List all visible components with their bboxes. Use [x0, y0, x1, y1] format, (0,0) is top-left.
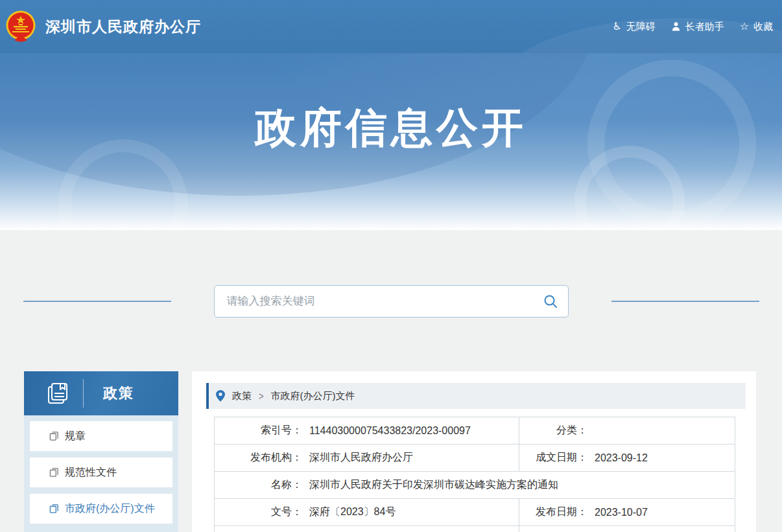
- sidebar: 政策 规章 规范性文件: [24, 371, 178, 532]
- breadcrumb: 政策 > 市政府(办公厅)文件: [206, 383, 746, 409]
- sidebar-item-label: 市政府(办公厅)文件: [65, 502, 155, 516]
- site-brand[interactable]: 深圳市人民政府办公厅: [5, 10, 201, 43]
- meta-written-date-label: 成文日期：: [519, 451, 587, 465]
- elder-assistant-link[interactable]: 长者助手: [671, 21, 724, 33]
- sidebar-item-label: 规章: [65, 430, 86, 443]
- decorative-line-right: [611, 301, 759, 302]
- decorative-line-left: [23, 301, 171, 302]
- meta-written-date-cell: 成文日期： 2023-09-12: [519, 445, 735, 472]
- favorite-label: 收藏: [753, 21, 773, 33]
- meta-empty-cell: [215, 526, 519, 532]
- breadcrumb-accent-bar: [206, 383, 209, 409]
- page: 深圳市人民政府办公厅 ♿ 无障碍 长者助手 ☆ 收藏: [0, 0, 782, 532]
- topbar-links: ♿ 无障碍 长者助手 ☆ 收藏: [612, 21, 773, 33]
- site-title: 深圳市人民政府办公厅: [45, 17, 201, 37]
- document-icon: [49, 431, 59, 441]
- meta-title-value: 深圳市人民政府关于印发深圳市碳达峰实施方案的通知: [309, 478, 558, 492]
- meta-category-label: 分类：: [519, 424, 587, 437]
- sidebar-item-label: 规范性文件: [65, 466, 117, 480]
- meta-agency-label: 发布机构：: [215, 451, 302, 465]
- national-emblem-logo: [5, 10, 36, 43]
- accessibility-link[interactable]: ♿ 无障碍: [612, 21, 655, 33]
- document-icon: [49, 503, 59, 514]
- document-meta-table: 索引号： 114403000075433823/2023-00097 分类：: [214, 417, 735, 532]
- meta-publish-date-label: 发布日期：: [519, 505, 587, 519]
- meta-publish-date-value: 2023-10-07: [595, 507, 648, 518]
- meta-index-value: 114403000075433823/2023-00097: [309, 425, 471, 437]
- table-row: 名称： 深圳市人民政府关于印发深圳市碳达峰实施方案的通知: [215, 472, 735, 499]
- meta-category-cell: 分类：: [519, 417, 735, 445]
- meta-empty-cell: [519, 526, 735, 532]
- elder-assistant-label: 长者助手: [685, 21, 724, 33]
- search-box: [214, 285, 569, 318]
- meta-agency-cell: 发布机构： 深圳市人民政府办公厅: [215, 445, 519, 472]
- meta-index-label: 索引号：: [215, 424, 302, 437]
- meta-written-date-value: 2023-09-12: [595, 452, 648, 464]
- wheelchair-icon: ♿: [612, 21, 621, 32]
- main-panel: 政策 > 市政府(办公厅)文件 索引号： 114403000075433823/…: [192, 371, 756, 532]
- columns: 政策 规章 规范性文件: [0, 371, 782, 532]
- search-button[interactable]: [543, 294, 558, 308]
- meta-index-cell: 索引号： 114403000075433823/2023-00097: [215, 417, 519, 445]
- accessibility-label: 无障碍: [626, 21, 656, 33]
- breadcrumb-separator: >: [259, 390, 264, 402]
- meta-doc-number-cell: 文号： 深府〔2023〕84号: [215, 499, 519, 526]
- banner: 政府信息公开: [0, 53, 782, 230]
- content-area: 政策 规章 规范性文件: [0, 230, 782, 532]
- location-pin-icon: [216, 390, 225, 402]
- table-row-partial: [215, 526, 735, 532]
- elder-assistant-icon: [671, 21, 681, 32]
- search-icon: [543, 294, 558, 308]
- book-icon: [46, 382, 69, 405]
- meta-doc-number-label: 文号：: [215, 505, 302, 519]
- sidebar-header: 政策: [24, 371, 178, 415]
- table-row: 文号： 深府〔2023〕84号 发布日期： 2023-10-07: [215, 499, 735, 526]
- meta-doc-number-value: 深府〔2023〕84号: [309, 505, 396, 519]
- table-row: 发布机构： 深圳市人民政府办公厅 成文日期： 2023-09-12: [215, 445, 735, 472]
- breadcrumb-link-policy[interactable]: 政策: [232, 390, 252, 402]
- meta-publish-date-cell: 发布日期： 2023-10-07: [519, 499, 735, 526]
- sidebar-item-regulations[interactable]: 规章: [30, 421, 172, 451]
- document-icon: [49, 467, 59, 478]
- sidebar-item-city-gov-office-files[interactable]: 市政府(办公厅)文件: [30, 494, 172, 524]
- sidebar-list: 规章 规范性文件 市政府(办公厅)文件: [24, 415, 178, 532]
- sidebar-title: 政策: [103, 384, 134, 403]
- topbar: 深圳市人民政府办公厅 ♿ 无障碍 长者助手 ☆ 收藏: [0, 0, 782, 53]
- star-icon: ☆: [740, 21, 749, 32]
- sidebar-item-normative-documents[interactable]: 规范性文件: [30, 457, 172, 487]
- meta-title-label: 名称：: [215, 478, 302, 492]
- banner-title: 政府信息公开: [255, 100, 527, 156]
- sidebar-header-divider: [83, 379, 84, 408]
- meta-title-cell: 名称： 深圳市人民政府关于印发深圳市碳达峰实施方案的通知: [215, 472, 735, 499]
- search-row: [0, 285, 782, 318]
- search-input[interactable]: [227, 295, 543, 308]
- favorite-link[interactable]: ☆ 收藏: [740, 21, 773, 33]
- table-row: 索引号： 114403000075433823/2023-00097 分类：: [215, 417, 735, 445]
- breadcrumb-current: 市政府(办公厅)文件: [271, 390, 355, 402]
- meta-agency-value: 深圳市人民政府办公厅: [309, 451, 413, 465]
